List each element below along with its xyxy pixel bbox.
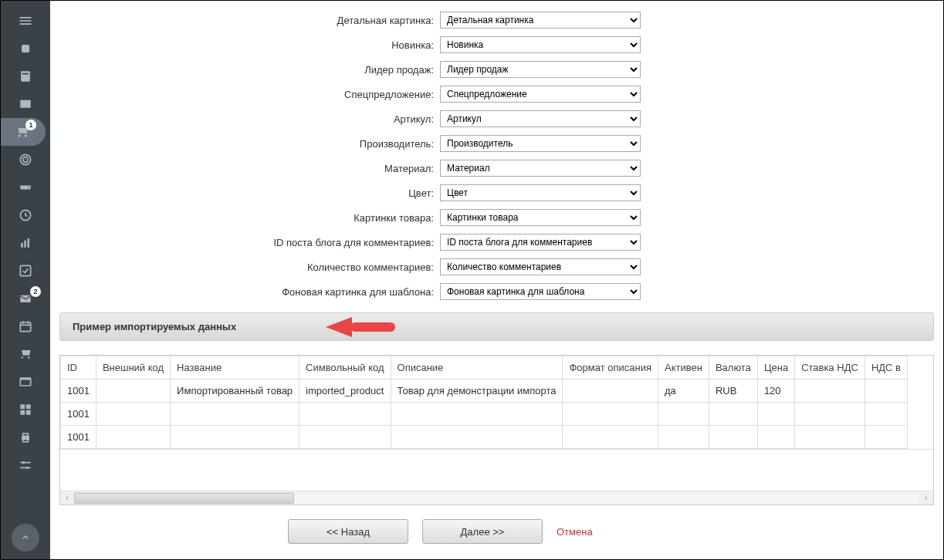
svg-rect-3 (22, 73, 29, 75)
form-row: Детальная картинка:Детальная картинка (59, 12, 934, 29)
table-header-cell: Внешний код (96, 356, 170, 380)
scroll-top-button[interactable] (12, 524, 39, 552)
table-cell: 1001 (61, 403, 96, 426)
sidebar-drive[interactable] (1, 174, 50, 201)
sidebar-mail[interactable]: 2 (1, 285, 50, 312)
table-cell (709, 426, 757, 449)
table-cell (757, 426, 794, 449)
scroll-right-arrow[interactable]: › (919, 491, 933, 505)
table-header-cell: Описание (391, 356, 563, 380)
form-label: Лидер продаж: (59, 64, 440, 76)
svg-point-26 (26, 467, 29, 469)
form-select[interactable]: Спецпредложение (440, 86, 641, 103)
table-cell (171, 403, 299, 426)
sidebar-badge-2: 2 (30, 286, 41, 297)
svg-point-8 (28, 187, 29, 188)
sidebar-stats[interactable] (1, 229, 50, 257)
sidebar-cart2[interactable] (1, 340, 50, 368)
scroll-left-arrow[interactable]: ‹ (60, 491, 74, 505)
table-row: 1001 (61, 403, 908, 426)
sidebar-menu[interactable] (1, 7, 50, 35)
form-row: Цвет:Цвет (59, 184, 934, 201)
table-header-cell: Символьный код (299, 356, 391, 380)
table-header-cell: Цена (757, 356, 794, 380)
table-cell (795, 380, 865, 403)
table-row: 1001 (61, 426, 908, 449)
callout-arrow (326, 317, 395, 337)
sidebar-printer[interactable] (1, 423, 50, 451)
table-cell (391, 426, 563, 449)
sidebar: 1 2 (1, 1, 50, 559)
form-row: Новинка:Новинка (59, 36, 934, 53)
form-row: Спецпредложение:Спецпредложение (59, 86, 934, 103)
form-select[interactable]: Новинка (440, 36, 641, 53)
form-select[interactable]: Картинки товара (440, 209, 641, 226)
section-title: Пример импортируемых данных (73, 321, 236, 332)
preview-table: IDВнешний кодНазваниеСимвольный кодОписа… (60, 356, 908, 449)
sidebar-calendar[interactable] (1, 312, 50, 340)
form-label: ID поста блога для комментариев: (59, 237, 440, 248)
svg-rect-11 (24, 241, 26, 248)
form-select[interactable]: Производитель (440, 135, 641, 152)
table-cell (391, 403, 563, 426)
form-label: Производитель: (59, 138, 440, 150)
table-cell: да (658, 380, 709, 403)
sidebar-window[interactable] (1, 368, 50, 396)
next-button[interactable]: Далее >> (422, 519, 543, 544)
form-label: Новинка: (59, 39, 440, 51)
cancel-link[interactable]: Отмена (557, 526, 593, 538)
form-select[interactable]: Количество комментариев (440, 258, 641, 275)
sidebar-grid[interactable] (1, 396, 50, 423)
scroll-thumb[interactable] (74, 493, 294, 504)
form-select[interactable]: ID поста блога для комментариев (440, 234, 641, 251)
table-row: 1001Импортированный товарimported_produc… (61, 380, 908, 403)
form-label: Материал: (59, 163, 440, 174)
sidebar-android[interactable] (1, 35, 50, 62)
svg-point-6 (25, 159, 26, 160)
table-header-cell: Валюта (709, 356, 757, 380)
preview-table-container: IDВнешний кодНазваниеСимвольный кодОписа… (59, 355, 934, 505)
svg-rect-23 (23, 433, 29, 436)
table-cell (96, 426, 170, 449)
form-label: Картинки товара: (59, 212, 440, 224)
form-area: Детальная картинка:Детальная картинкаНов… (59, 1, 934, 308)
table-cell (563, 403, 658, 426)
form-label: Детальная картинка: (59, 15, 440, 26)
sidebar-book[interactable] (1, 90, 50, 118)
table-cell (563, 426, 658, 449)
table-cell (864, 403, 907, 426)
sidebar-sliders[interactable] (1, 451, 50, 479)
sidebar-cart-active[interactable]: 1 (1, 118, 46, 146)
table-cell: Товар для демонстрации импорта (391, 380, 563, 403)
sidebar-clock[interactable] (1, 201, 50, 229)
table-cell: 120 (757, 380, 794, 403)
table-cell (795, 403, 865, 426)
form-row: Количество комментариев:Количество комме… (59, 258, 934, 275)
form-select[interactable]: Фоновая картинка для шаблона (440, 283, 641, 300)
form-select[interactable]: Материал (440, 160, 641, 177)
table-header-cell: Активен (658, 356, 709, 380)
svg-rect-19 (26, 404, 31, 409)
table-cell: 1001 (61, 426, 96, 449)
sidebar-target[interactable] (1, 146, 50, 174)
table-cell: Импортированный товар (171, 380, 299, 403)
sidebar-badge-1: 1 (25, 120, 36, 130)
back-button[interactable]: << Назад (288, 519, 408, 544)
svg-rect-2 (21, 71, 30, 81)
form-row: Материал:Материал (59, 160, 934, 177)
form-label: Цвет: (59, 187, 440, 199)
table-header-cell: НДС в (864, 356, 907, 380)
form-select[interactable]: Лидер продаж (440, 61, 641, 78)
main-content: Детальная картинка:Детальная картинкаНов… (50, 1, 943, 559)
horizontal-scrollbar[interactable]: ‹ › (60, 491, 933, 504)
form-select[interactable]: Артикул (440, 110, 641, 127)
sidebar-check[interactable] (1, 257, 50, 285)
form-select[interactable]: Детальная картинка (440, 12, 641, 29)
svg-rect-10 (21, 243, 23, 248)
table-cell: RUB (709, 380, 757, 403)
svg-point-0 (23, 46, 25, 48)
table-cell (709, 403, 757, 426)
form-label: Количество комментариев: (59, 261, 440, 273)
form-select[interactable]: Цвет (440, 184, 641, 201)
sidebar-page[interactable] (1, 62, 50, 90)
